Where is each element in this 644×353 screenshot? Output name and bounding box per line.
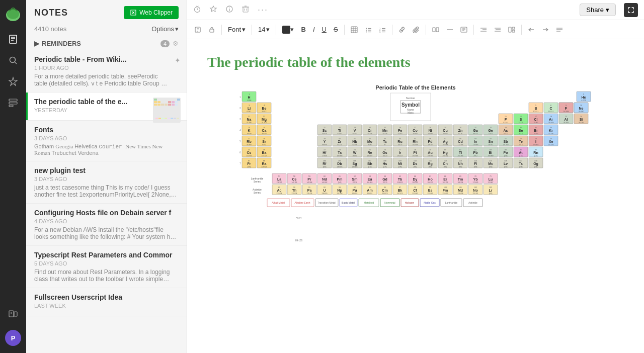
svg-text:Np: Np xyxy=(337,189,342,193)
attach-icon[interactable] xyxy=(191,25,204,35)
attachment-button[interactable] xyxy=(410,25,423,35)
share-button[interactable]: Share ▾ xyxy=(580,4,616,16)
svg-text:65.38: 65.38 xyxy=(458,133,462,135)
svg-text:121.760: 121.760 xyxy=(503,144,509,146)
svg-text:F: F xyxy=(565,107,568,110)
star-icon[interactable] xyxy=(209,5,217,15)
note-list-item[interactable]: Typescript Rest Parameters and Commor 5 … xyxy=(26,246,187,288)
svg-text:Lv: Lv xyxy=(504,162,508,165)
note-list-item[interactable]: Fullscreen Userscript Idea LAST WEEK xyxy=(26,288,187,316)
note-list-item[interactable]: Configuring Hosts file on Debain server … xyxy=(26,204,187,246)
table-button[interactable] xyxy=(348,25,361,35)
svg-text:204.383: 204.383 xyxy=(458,155,463,157)
link-button[interactable] xyxy=(395,25,409,35)
numbered-list-button[interactable]: 1.2.3. xyxy=(376,25,389,35)
svg-text:20.180: 20.180 xyxy=(579,111,584,113)
trash-icon[interactable] xyxy=(242,5,250,15)
svg-point-62 xyxy=(366,28,367,29)
table-layout-button[interactable] xyxy=(429,25,442,35)
columns-button[interactable] xyxy=(505,25,518,35)
app-logo[interactable] xyxy=(4,5,22,23)
svg-text:150.36: 150.36 xyxy=(352,182,357,184)
sidebar-scroll[interactable]: ▶ REMINDERS 4 ⚙ Periodic table - From Wi… xyxy=(26,37,187,353)
indent-button[interactable] xyxy=(477,25,490,35)
svg-rect-47 xyxy=(243,7,248,12)
svg-text:La: La xyxy=(277,178,281,181)
svg-text:126.904: 126.904 xyxy=(533,144,539,146)
note-list-item[interactable]: new plugin test 3 DAYS AGO just a test c… xyxy=(26,161,187,204)
svg-rect-27 xyxy=(165,104,168,106)
svg-text:183.84: 183.84 xyxy=(352,155,357,157)
lock-icon[interactable] xyxy=(205,25,218,35)
options-button[interactable]: Options ▾ xyxy=(151,25,179,33)
full-width-button[interactable] xyxy=(457,25,470,35)
italic-button[interactable]: I xyxy=(310,24,318,35)
info-icon[interactable]: i xyxy=(225,5,233,15)
tags-icon[interactable] xyxy=(4,305,22,323)
bullet-list-button[interactable] xyxy=(362,25,375,35)
note-preview: For a more detailed periodic table, seeP… xyxy=(34,73,169,87)
strikethrough-button[interactable]: S xyxy=(331,24,341,35)
svg-text:47.867: 47.867 xyxy=(337,133,342,135)
search-icon[interactable] xyxy=(4,51,22,69)
outdent-button[interactable] xyxy=(491,25,504,35)
reminders-gear-icon[interactable]: ⚙ xyxy=(173,40,179,47)
svg-text:168.934: 168.934 xyxy=(458,182,463,184)
note-list-item[interactable]: The periodic table of the e... YESTERDAY xyxy=(26,93,187,121)
svg-rect-21 xyxy=(168,101,171,103)
svg-text:Mc: Mc xyxy=(488,162,493,165)
feed-icon[interactable] xyxy=(4,94,22,112)
note-list-item[interactable]: Fonts 3 DAYS AGO Gotham Georgia Helvetic… xyxy=(26,121,187,161)
note-content-area[interactable]: The periodic table of the elements Perio… xyxy=(187,39,644,353)
svg-text:Cf: Cf xyxy=(413,189,417,192)
web-clipper-button[interactable]: Web Clipper xyxy=(124,6,179,19)
svg-text:S: S xyxy=(520,118,522,121)
align-button[interactable] xyxy=(553,25,566,35)
font-selector[interactable]: Font ▾ xyxy=(225,24,249,35)
svg-text:H: H xyxy=(248,96,250,99)
svg-text:Tm: Tm xyxy=(458,178,463,181)
bold-button[interactable]: B xyxy=(298,24,308,35)
svg-text:92.906: 92.906 xyxy=(352,144,357,146)
svg-text:35.45: 35.45 xyxy=(534,122,538,124)
svg-rect-25 xyxy=(157,104,160,106)
svg-text:[290]: [290] xyxy=(489,166,493,168)
note-title: The periodic table of the e... xyxy=(34,98,149,106)
svg-text:Cd: Cd xyxy=(458,140,462,143)
svg-text:131.293: 131.293 xyxy=(548,144,554,146)
reminders-section[interactable]: ▶ REMINDERS 4 ⚙ xyxy=(26,37,187,50)
svg-text:Kr: Kr xyxy=(549,129,553,132)
note-list-item[interactable]: Periodic table - From Wiki... 1 HOUR AGO… xyxy=(26,50,187,93)
pin-icon: ✦ xyxy=(175,56,181,64)
reminder-icon[interactable] xyxy=(193,5,201,15)
svg-text:Ca: Ca xyxy=(262,129,267,132)
svg-text:151.964: 151.964 xyxy=(367,182,373,184)
svg-text:K: K xyxy=(248,129,250,132)
svg-text:57-71: 57-71 xyxy=(296,217,302,220)
note-time: YESTERDAY xyxy=(34,107,149,113)
svg-text:Mo: Mo xyxy=(367,140,372,143)
text-color-button[interactable]: ▾ xyxy=(279,24,297,35)
svg-text:174.967: 174.967 xyxy=(488,182,494,184)
svg-text:C: C xyxy=(549,107,552,110)
svg-text:V: V xyxy=(354,129,356,132)
expand-button[interactable] xyxy=(624,3,638,17)
svg-text:44.956: 44.956 xyxy=(322,133,327,135)
underline-button[interactable]: U xyxy=(319,24,330,35)
svg-text:Pb: Pb xyxy=(473,151,478,154)
right-arrow-button[interactable] xyxy=(539,25,552,35)
left-arrow-button[interactable] xyxy=(525,25,538,35)
svg-text:55.845: 55.845 xyxy=(397,133,403,135)
svg-text:Am: Am xyxy=(367,189,372,192)
notes-icon[interactable] xyxy=(4,30,22,48)
formatting-toolbar: Font ▾ 14 ▾ ▾ B I U S 1.2.3. xyxy=(187,20,644,39)
svg-text:Cu: Cu xyxy=(443,129,447,132)
more-options-icon[interactable]: ··· xyxy=(258,5,268,15)
svg-text:Rb: Rb xyxy=(247,140,251,143)
divider-button[interactable] xyxy=(443,25,456,35)
svg-text:Pr: Pr xyxy=(307,178,311,181)
svg-text:5: 5 xyxy=(239,140,241,143)
avatar[interactable]: P xyxy=(5,330,21,346)
shortcuts-icon[interactable] xyxy=(4,72,22,91)
font-size-selector[interactable]: 14 ▾ xyxy=(255,24,273,35)
